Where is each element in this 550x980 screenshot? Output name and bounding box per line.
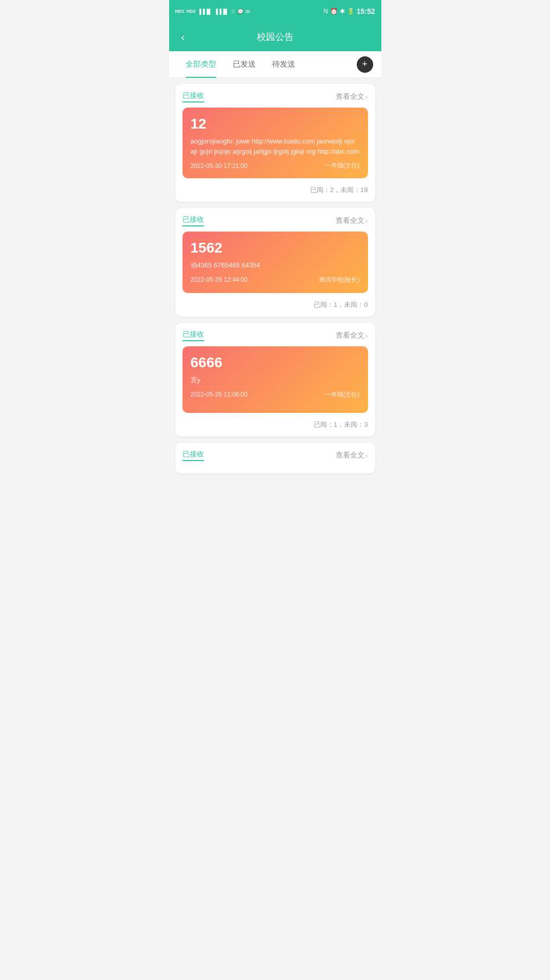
wechat-icon: 💬 (237, 9, 243, 14)
card-header-3: 已接收 查看全文 › (182, 330, 368, 341)
page-header: ‹ 校园公告 (169, 23, 381, 51)
view-all-button-3[interactable]: 查看全文 › (336, 331, 368, 340)
card-status-3: 已接收 (182, 330, 204, 341)
banner-footer-2: 2022-05-28 12:44:00 测试学校(校长) (191, 276, 360, 284)
banner-sender-3: 一年级(主任) (325, 390, 360, 399)
card-status-4: 已接收 (182, 450, 204, 461)
banner-number-1: 12 (191, 116, 360, 132)
page-title: 校园公告 (257, 31, 294, 43)
banner-content-2: 动4365 6765465 64354 (191, 260, 360, 270)
announcement-card-3: 已接收 查看全文 › 6666 言y 2022-05-26 11:06:00 一… (175, 323, 375, 436)
chevron-right-icon-4: › (365, 451, 368, 460)
banner-sender-1: 一年级(主任) (325, 161, 360, 170)
announcement-card-4: 已接收 查看全文 › (175, 443, 375, 473)
view-all-button-4[interactable]: 查看全文 › (336, 451, 368, 460)
chevron-right-icon-3: › (365, 331, 368, 340)
banner-footer-1: 2022-05-30 17:21:00 一年级(主任) (191, 161, 360, 170)
signal-4g2-icon: ▐▐▐▌ (214, 9, 229, 14)
card-status-2: 已接收 (182, 215, 204, 226)
banner-date-3: 2022-05-26 11:06:00 (191, 391, 248, 398)
announcements-list: 已接收 查看全文 › 12 aogjorojiaogfo: jowe http:… (169, 78, 381, 479)
tab-pending[interactable]: 待发送 (264, 51, 303, 78)
tab-sent[interactable]: 已发送 (225, 51, 264, 78)
view-all-button-2[interactable]: 查看全文 › (336, 216, 368, 225)
banner-sender-2: 测试学校(校长) (319, 276, 360, 284)
alarm-icon: ⏰ (330, 8, 338, 15)
banner-content-1: aogjorojiaogfo: jowe http://www.baidu.co… (191, 136, 360, 156)
tab-all-types[interactable]: 全部类型 (177, 51, 225, 78)
card-status-1: 已接收 (182, 91, 204, 102)
hd1-icon: HD1 (175, 9, 185, 14)
status-bar: HD1 HD2 ▐▐▐▌ ▐▐▐▌ ☉ 💬 ✉ N ⏰ ✱ 🔋 15:52 (169, 0, 381, 23)
announcement-banner-1[interactable]: 12 aogjorojiaogfo: jowe http://www.baidu… (182, 108, 368, 178)
back-button[interactable]: ‹ (177, 27, 189, 47)
message-icon: ✉ (246, 9, 250, 14)
announcement-card-1: 已接收 查看全文 › 12 aogjorojiaogfo: jowe http:… (175, 84, 375, 202)
banner-number-3: 6666 (191, 355, 360, 371)
hd2-icon: HD2 (187, 9, 196, 14)
status-bar-left: HD1 HD2 ▐▐▐▌ ▐▐▐▌ ☉ 💬 ✉ (175, 9, 250, 14)
battery-icon: 🔋 (347, 8, 355, 15)
read-stats-2: 已阅：1，未阅：0 (182, 298, 368, 309)
status-bar-right: N ⏰ ✱ 🔋 15:52 (323, 7, 375, 15)
banner-date-1: 2022-05-30 17:21:00 (191, 162, 248, 170)
banner-content-3: 言y (191, 375, 360, 385)
announcement-card-2: 已接收 查看全文 › 1562 动4365 6765465 64354 2022… (175, 208, 375, 317)
read-stats-1: 已阅：2，未阅：19 (182, 183, 368, 195)
view-all-button-1[interactable]: 查看全文 › (336, 92, 368, 101)
add-button[interactable]: + (357, 56, 373, 73)
time-display: 15:52 (357, 7, 375, 15)
banner-date-2: 2022-05-28 12:44:00 (191, 276, 248, 283)
read-stats-3: 已阅：1，未阅：3 (182, 418, 368, 429)
chevron-right-icon-2: › (365, 217, 368, 225)
banner-footer-3: 2022-05-26 11:06:00 一年级(主任) (191, 390, 360, 399)
announcement-banner-2[interactable]: 1562 动4365 6765465 64354 2022-05-28 12:4… (182, 232, 368, 293)
wifi-icon: ☉ (231, 9, 235, 14)
announcement-banner-3[interactable]: 6666 言y 2022-05-26 11:06:00 一年级(主任) (182, 346, 368, 413)
tabs-container: 全部类型 已发送 待发送 + (169, 51, 381, 78)
signal-4g-icon: ▐▐▐▌ (198, 9, 212, 14)
chevron-right-icon-1: › (365, 93, 368, 101)
banner-number-2: 1562 (191, 240, 360, 256)
card-header-1: 已接收 查看全文 › (182, 91, 368, 102)
bluetooth-icon: ✱ (340, 8, 345, 15)
nfc-icon: N (323, 8, 328, 15)
card-header-2: 已接收 查看全文 › (182, 215, 368, 226)
card-header-4: 已接收 查看全文 › (182, 450, 368, 461)
